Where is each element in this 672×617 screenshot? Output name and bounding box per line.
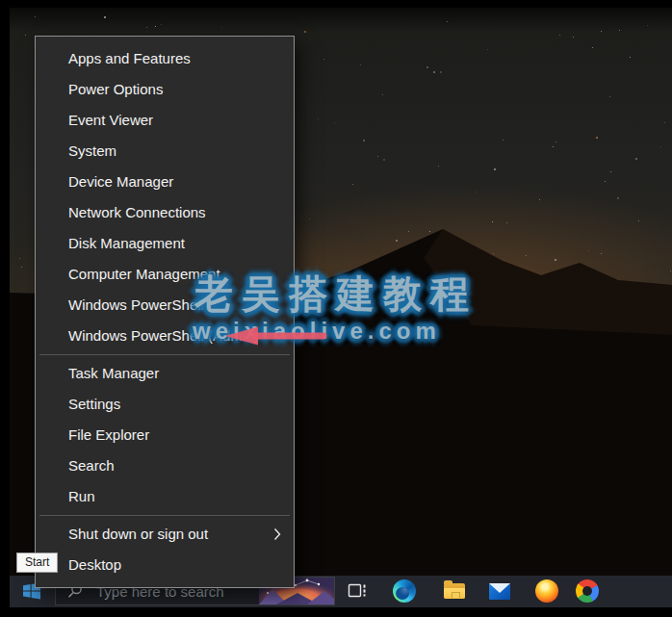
mail-icon[interactable] [488, 579, 511, 603]
menu-item-disk-management[interactable]: Disk Management [36, 228, 294, 259]
start-tooltip: Start [16, 553, 58, 573]
folder-slot [452, 592, 460, 598]
annotation-arrow [223, 324, 327, 347]
menu-item-task-manager[interactable]: Task Manager [36, 358, 294, 389]
menu-item-device-manager[interactable]: Device Manager [36, 167, 294, 197]
envelope-flap [489, 583, 510, 593]
menu-item-desktop[interactable]: Desktop [36, 550, 294, 580]
file-explorer-icon[interactable] [443, 579, 466, 603]
menu-item-settings[interactable]: Settings [36, 389, 294, 420]
task-view-icon[interactable] [345, 579, 368, 603]
menu-item-apps-and-features[interactable]: Apps and Features [36, 43, 294, 74]
menu-separator [39, 515, 290, 516]
menu-item-event-viewer[interactable]: Event Viewer [36, 105, 294, 136]
chevron-right-icon [273, 527, 281, 541]
menu-item-windows-powershell[interactable]: Windows PowerShell [36, 290, 294, 321]
quick-link-menu: Apps and Features Power Options Event Vi… [35, 36, 295, 588]
menu-item-shutdown[interactable]: Shut down or sign out [36, 519, 294, 550]
screen-bottom-edge [10, 607, 672, 617]
screen: Type here to search [0, 0, 672, 617]
menu-item-label: Shut down or sign out [68, 526, 208, 542]
firefox-icon[interactable] [535, 579, 558, 603]
edge-icon[interactable] [393, 579, 416, 603]
menu-item-power-options[interactable]: Power Options [36, 74, 294, 105]
menu-item-network-connections[interactable]: Network Connections [36, 197, 294, 228]
chrome-icon[interactable] [576, 579, 599, 603]
menu-item-system[interactable]: System [36, 136, 294, 167]
menu-item-computer-management[interactable]: Computer Management [36, 259, 294, 290]
menu-separator [39, 354, 290, 355]
menu-item-search[interactable]: Search [36, 450, 294, 481]
menu-item-run[interactable]: Run [36, 481, 294, 512]
menu-item-file-explorer[interactable]: File Explorer [36, 420, 294, 450]
